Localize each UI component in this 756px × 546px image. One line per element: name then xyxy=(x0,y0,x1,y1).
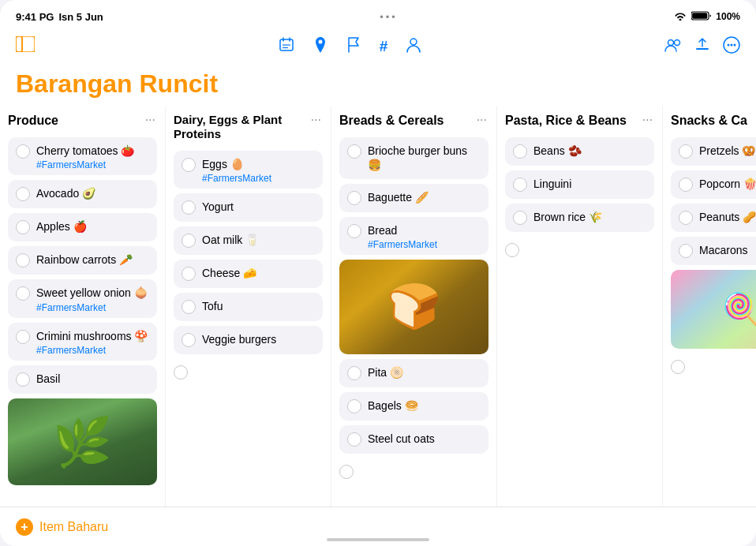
checkbox-basil[interactable] xyxy=(16,372,30,387)
person-icon[interactable] xyxy=(406,37,421,56)
upload-icon[interactable] xyxy=(694,37,710,56)
snacks-empty-checkbox xyxy=(671,360,685,374)
item-tag[interactable]: #FarmersMarket xyxy=(36,302,149,313)
item-content: Apples 🍎 xyxy=(36,219,149,234)
list-item: Basil xyxy=(8,365,157,394)
item-content: Avocado 🥑 xyxy=(36,186,149,200)
share-people-icon[interactable] xyxy=(664,37,682,56)
nav-right xyxy=(664,36,740,58)
time: 9:41 PG xyxy=(16,11,54,23)
checkbox-rainbow-carrots[interactable] xyxy=(16,253,30,267)
checkbox-brioche[interactable] xyxy=(347,144,361,159)
item-content: Beans 🫘 xyxy=(533,144,646,158)
checkbox-bagels[interactable] xyxy=(347,399,361,413)
list-item: Yogurt xyxy=(174,193,323,222)
item-text: Steel cut oats xyxy=(368,432,481,446)
item-content: Basil xyxy=(36,372,149,386)
checkbox-pita[interactable] xyxy=(347,366,361,380)
checkbox-oat-milk[interactable] xyxy=(182,234,196,248)
checkbox-sweet-onion[interactable] xyxy=(16,286,30,301)
battery-percent: 100% xyxy=(716,11,740,22)
macaron-image: 🍭 xyxy=(671,270,756,349)
location-icon[interactable] xyxy=(313,37,327,57)
checkbox-yogurt[interactable] xyxy=(182,200,196,215)
checkbox-veggie-burgers[interactable] xyxy=(182,333,196,347)
checkbox-beans[interactable] xyxy=(513,144,527,159)
svg-point-15 xyxy=(727,43,729,46)
list-item: Oat milk 🥛 xyxy=(174,226,323,255)
item-tag[interactable]: #FarmersMarket xyxy=(36,345,149,356)
item-content: Bread #FarmersMarket xyxy=(368,223,481,250)
nav-left xyxy=(16,36,35,57)
item-text: Popcorn 🍿 xyxy=(699,177,756,191)
more-icon[interactable] xyxy=(723,36,740,58)
list-item: Bagels 🥯 xyxy=(339,392,488,421)
list-item: Pita 🫓 xyxy=(339,359,488,387)
hashtag-icon[interactable]: # xyxy=(380,38,388,55)
svg-rect-3 xyxy=(16,36,22,52)
list-item: Crimini mushrooms 🍄 #FarmersMarket xyxy=(8,323,157,361)
svg-point-11 xyxy=(668,40,673,46)
checkbox-brown-rice[interactable] xyxy=(513,211,527,225)
item-text: Cherry tomatoes 🍅 xyxy=(36,144,149,158)
list-item: Beans 🫘 xyxy=(505,137,654,166)
list-item: Bread #FarmersMarket xyxy=(339,217,488,255)
checkbox-cherry-tomatoes[interactable] xyxy=(16,144,30,159)
flag-icon[interactable] xyxy=(346,37,361,56)
item-text: Oat milk 🥛 xyxy=(202,233,315,247)
item-tag[interactable]: #FarmersMarket xyxy=(36,159,149,170)
checkbox-avocado[interactable] xyxy=(16,187,30,201)
list-item: Sweet yellow onion 🧅 #FarmersMarket xyxy=(8,279,157,317)
checkbox-cheese[interactable] xyxy=(182,267,196,281)
wifi-icon xyxy=(674,11,687,23)
item-content: Cheese 🧀 xyxy=(202,266,315,280)
checkbox-steel-cut-oats[interactable] xyxy=(347,432,361,447)
item-text: Brioche burger buns 🍔 xyxy=(368,144,481,172)
item-tag[interactable]: #FarmersMarket xyxy=(368,239,481,250)
item-text: Peanuts 🥜 xyxy=(699,210,756,224)
checkbox-macarons[interactable] xyxy=(679,244,693,258)
checkbox-crimini[interactable] xyxy=(16,330,30,344)
list-item: Linguini xyxy=(505,170,654,199)
item-text: Pita 🫓 xyxy=(368,365,481,380)
checkbox-linguini[interactable] xyxy=(513,178,527,192)
item-content: Eggs 🥚 #FarmersMarket xyxy=(202,157,315,184)
pasta-header: Pasta, Rice & Beans ··· xyxy=(505,113,654,128)
item-content: Bagels 🥯 xyxy=(368,398,481,413)
dairy-menu-icon[interactable]: ··· xyxy=(309,113,323,127)
checkbox-bread[interactable] xyxy=(347,224,361,238)
produce-menu-icon[interactable]: ··· xyxy=(144,113,157,127)
item-text: Linguini xyxy=(533,177,646,191)
status-bar: 9:41 PG Isn 5 Jun ••• 100% xyxy=(0,0,756,28)
item-content: Tofu xyxy=(202,299,315,313)
breads-menu-icon[interactable]: ··· xyxy=(475,113,488,127)
reminders-icon[interactable] xyxy=(279,37,294,57)
list-item: Tofu xyxy=(174,293,323,321)
sidebar-toggle-icon[interactable] xyxy=(16,36,35,57)
column-snacks: Snacks & Ca Pretzels 🥨 Popcorn 🍿 xyxy=(663,107,756,507)
item-content: Yogurt xyxy=(202,200,315,214)
checkbox-eggs[interactable] xyxy=(182,158,196,172)
item-tag[interactable]: #FarmersMarket xyxy=(202,173,315,184)
checkbox-peanuts[interactable] xyxy=(679,211,693,225)
item-content: Oat milk 🥛 xyxy=(202,233,315,247)
list-item: Cherry tomatoes 🍅 #FarmersMarket xyxy=(8,137,157,175)
checkbox-baguette[interactable] xyxy=(347,191,361,205)
item-text: Baguette 🥖 xyxy=(368,190,481,204)
breads-add-empty xyxy=(339,462,488,482)
pasta-title: Pasta, Rice & Beans xyxy=(505,113,627,128)
checkbox-pretzels[interactable] xyxy=(679,144,693,159)
item-content: Peanuts 🥜 xyxy=(699,210,756,224)
pasta-menu-icon[interactable]: ··· xyxy=(641,113,654,127)
svg-rect-1 xyxy=(692,13,707,19)
dairy-header: Dairy, Eggs & Plant Proteins ··· xyxy=(174,113,323,141)
column-dairy: Dairy, Eggs & Plant Proteins ··· Eggs 🥚 … xyxy=(166,107,331,507)
dairy-title: Dairy, Eggs & Plant Proteins xyxy=(174,113,309,141)
add-item-button[interactable]: + Item Baharu xyxy=(16,518,108,536)
status-right: 100% xyxy=(674,11,740,23)
checkbox-popcorn[interactable] xyxy=(679,178,693,192)
checkbox-tofu[interactable] xyxy=(182,300,196,314)
columns-container: Produce ··· Cherry tomatoes 🍅 #FarmersMa… xyxy=(0,107,756,507)
column-pasta: Pasta, Rice & Beans ··· Beans 🫘 Linguini xyxy=(497,107,663,507)
checkbox-apples[interactable] xyxy=(16,220,30,234)
